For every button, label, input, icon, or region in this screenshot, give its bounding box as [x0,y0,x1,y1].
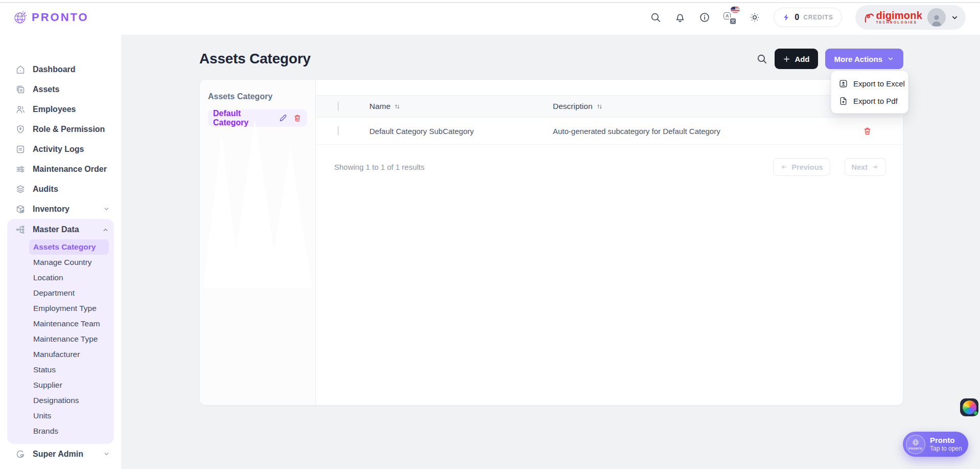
sidebar-item-label: Super Admin [33,450,83,459]
decorative-triangle [230,120,279,288]
language-translate-icon[interactable]: A [724,11,736,24]
delete-row-button[interactable] [862,126,872,136]
sort-icon[interactable] [393,103,401,110]
sidebar-item-audits[interactable]: Audits [0,179,121,199]
menu-item-export-pdf[interactable]: Export to Pdf [834,92,905,109]
subitem-label: Manage Country [33,258,92,267]
menu-item-label: Export to Pdf [853,97,898,105]
sidebar-item-master-data[interactable]: Master Data [7,220,114,239]
sidebar-subitem-maintenance-type[interactable]: Maintenance Type [29,331,109,347]
edit-category-button[interactable] [278,114,288,123]
sidebar-subitem-employment-type[interactable]: Employment Type [29,301,109,316]
column-header-name[interactable]: Name [369,102,553,111]
add-button[interactable]: Add [775,49,818,69]
trash-icon [293,114,302,123]
category-panel: Assets Category Default Category [200,80,316,405]
category-item-default[interactable]: Default Category [208,109,307,127]
digimonk-swoosh-icon [864,11,875,24]
sidebar-subitem-department[interactable]: Department [29,285,109,301]
next-page-button[interactable]: Next [845,158,886,176]
sidebar-subitem-brands[interactable]: Brands [29,423,109,439]
chat-subtitle: Tap to open [930,445,962,453]
sidebar-item-label: Role & Permission [33,125,105,134]
more-actions-dropdown: Export to Excel Export to Pdf [831,71,908,114]
user-avatar[interactable] [927,8,946,27]
table-footer: Showing 1 to 1 of 1 results Previous Nex… [316,145,903,176]
online-status-dot [973,411,978,415]
subitem-label: Units [33,411,51,420]
sidebar-item-super-admin[interactable]: Super Admin [0,444,121,464]
subitem-label: Maintenance Type [33,334,98,344]
top-divider [0,2,980,3]
subitem-label: Supplier [33,381,62,390]
pronto-globe-icon [12,9,29,26]
select-all-checkbox[interactable] [338,101,339,111]
sidebar-subitem-location[interactable]: Location [29,270,109,285]
sidebar-subitem-designations[interactable]: Designations [29,393,109,408]
credits-label: CREDITS [803,14,833,21]
export-excel-icon [838,79,848,88]
row-checkbox[interactable] [338,126,339,136]
subitem-label: Manufacturer [33,350,80,359]
add-button-label: Add [795,55,809,63]
sidebar-subitem-manage-country[interactable]: Manage Country [29,255,109,270]
pronto-chat-launcher[interactable]: PRONTO Pronto Tap to open [903,432,968,457]
trash-icon [862,126,872,136]
sidebar-subitem-assets-category[interactable]: Assets Category [29,239,109,255]
lightning-bolt-icon [782,13,790,21]
layers-icon [15,184,26,194]
translate-cjk-glyph [729,17,737,25]
search-icon[interactable] [650,12,661,23]
sidebar-item-assets[interactable]: Assets [0,79,121,99]
theme-brightness-icon[interactable] [749,12,760,23]
master-data-group: Master Data Assets Category Manage Count… [7,219,114,444]
sidebar-item-activity-logs[interactable]: Activity Logs [0,139,121,159]
row-name: Default Category SubCategory [369,127,553,136]
pencil-icon [278,114,288,123]
sidebar-subitem-maintenance-team[interactable]: Maintenance Team [29,316,109,331]
subcategory-table: Name Description Default Category SubCat… [316,80,903,405]
column-label: Description [553,102,593,111]
category-name: Default Category [213,109,273,127]
category-panel-title: Assets Category [208,92,307,101]
sidebar-item-role-permission[interactable]: Role & Permission [0,119,121,139]
sliders-icon [15,164,26,174]
chevron-down-icon [103,451,110,457]
profile-menu[interactable]: digimonk TECHNOLOGIES [855,5,966,30]
info-icon[interactable] [699,12,710,23]
activity-logs-icon [15,144,26,154]
sidebar-subitem-status[interactable]: Status [29,362,109,377]
column-header-description[interactable]: Description [553,102,831,111]
subitem-label: Maintenance Team [33,319,100,328]
sidebar-subitem-supplier[interactable]: Supplier [29,377,109,393]
assistant-avatar-chip[interactable] [960,398,978,416]
sort-icon[interactable] [596,103,603,110]
previous-label: Previous [791,163,823,171]
sidebar-item-maintenance-order[interactable]: Maintenance Order [0,159,121,179]
notifications-bell-icon[interactable] [674,12,686,23]
pronto-logo[interactable]: PRONTO [12,9,89,26]
sidebar-item-label: Maintenance Order [33,165,107,174]
table-search-icon[interactable] [756,53,767,64]
delete-category-button[interactable] [293,114,302,123]
sidebar-item-employees[interactable]: Employees [0,99,121,119]
sidebar-item-dashboard[interactable]: Dashboard [0,59,121,79]
sidebar-item-label: Master Data [33,225,79,234]
arrow-right-icon [871,163,879,171]
column-label: Name [369,102,390,111]
menu-item-export-excel[interactable]: Export to Excel [834,75,905,92]
previous-page-button[interactable]: Previous [773,158,830,176]
credits-pill[interactable]: 0 CREDITS [774,8,842,27]
logo-text: PRONTO [32,11,89,24]
table-header-row: Name Description [316,95,903,118]
more-actions-button[interactable]: More Actions [825,49,903,69]
profile-chevron-down-icon [951,14,959,21]
users-icon [15,104,26,115]
row-description: Auto-generated subcategory for Default C… [553,127,831,136]
sidebar-subitem-manufacturer[interactable]: Manufacturer [29,347,109,362]
top-header: PRONTO A 0 CREDITS [0,0,980,35]
more-actions-label: More Actions [834,55,882,63]
sidebar-item-inventory[interactable]: Inventory [0,199,121,219]
pronto-chat-logo: PRONTO [906,435,925,454]
sidebar-subitem-units[interactable]: Units [29,408,109,423]
